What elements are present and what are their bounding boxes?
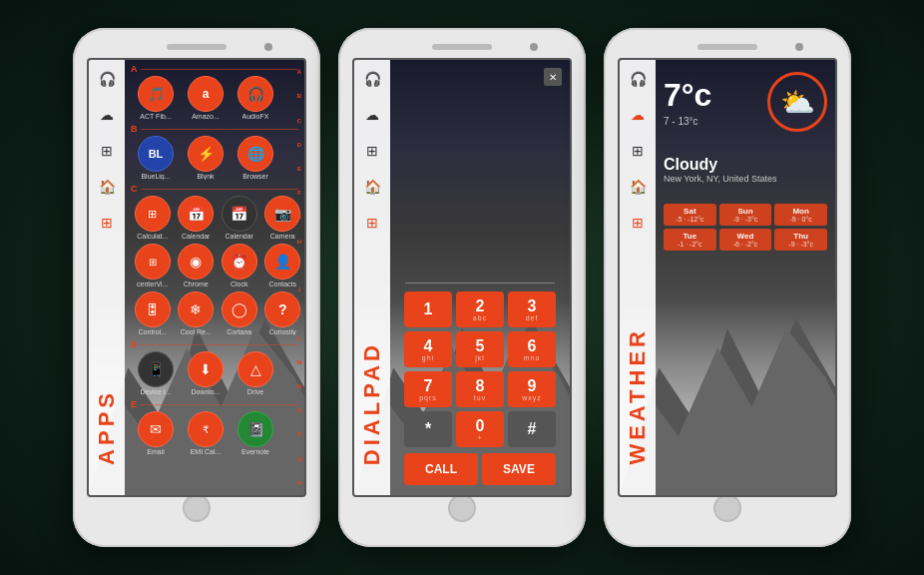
app-centerview[interactable]: ⊞ centerVi... [133, 244, 173, 288]
app-device[interactable]: 📱 Device I... [133, 351, 179, 395]
app-label-downloads: Downlo... [191, 388, 220, 395]
dialpad-sidebar-apps[interactable]: ⊞ [361, 212, 383, 234]
sidebar-grid-icon: ⊞ [96, 140, 118, 162]
dial-num-2: 2 [476, 298, 485, 314]
dial-sub-2: abc [473, 314, 487, 321]
weather-condition-icon: ⛅ [767, 72, 827, 132]
app-calendar2[interactable]: 📅 Calendar [220, 196, 259, 240]
dial-btn-9[interactable]: 9 wxyz [508, 371, 556, 407]
dialpad-sidebar-headphone: 🎧 [361, 68, 383, 90]
dial-btn-3[interactable]: 3 def [508, 291, 556, 327]
dial-btn-4[interactable]: 4 ghi [404, 331, 452, 367]
phone-bottom-apps [183, 497, 211, 519]
alpha-g: G [294, 214, 304, 220]
app-label-curiosity: Curiosity [269, 328, 296, 335]
dial-btn-5[interactable]: 5 jkl [456, 331, 504, 367]
app-icon-calculator: ⊞ [135, 196, 171, 232]
app-icon-drive: △ [237, 351, 273, 387]
app-icon-bluelight: BL [138, 136, 174, 172]
dial-btn-8[interactable]: 8 tuv [456, 371, 504, 407]
alpha-p: P [294, 431, 304, 437]
app-icon-clock: ⏰ [222, 244, 257, 280]
alpha-d: D [294, 142, 304, 148]
alpha-n: N [294, 383, 304, 389]
app-browser[interactable]: 🌐 Browser [232, 136, 278, 180]
app-row-e: ✉ Email ₹ EMI Cal... 📓 Evernote [127, 411, 302, 455]
apps-label-text: APPS [94, 389, 120, 465]
app-blynk[interactable]: ⚡ Blynk [183, 136, 229, 180]
save-button[interactable]: SAVE [482, 453, 556, 485]
sidebar-apps-icon[interactable]: ⊞ [96, 212, 118, 234]
section-b-header: B [127, 124, 302, 136]
dialpad-close-button[interactable]: ✕ [544, 68, 562, 86]
app-cortana[interactable]: ◯ Cortana [220, 291, 259, 335]
app-amazon[interactable]: a Amazo... [183, 76, 229, 120]
speaker-weather [697, 44, 757, 50]
speaker-dialpad [432, 44, 492, 50]
sidebar-home-icon: 🏠 [96, 176, 118, 198]
home-button-apps[interactable] [183, 494, 211, 522]
weather-content: 7°c 7 - 13°c ⛅ Cloudy New York, NY, Unit… [656, 60, 835, 495]
weather-screen: 🎧 ☁ ⊞ 🏠 ⊞ WEATHER 7°c 7 - 13°c ⛅ Cloudy … [618, 58, 837, 497]
app-coolreader[interactable]: ❄ Cool Re... [177, 291, 217, 335]
weather-vertical-label: WEATHER [620, 327, 656, 465]
dial-sub-7: pqrs [419, 394, 437, 401]
apps-screen: 🎧 ☁ ⊞ 🏠 ⊞ APPS A B C D E F G H I J K [87, 58, 306, 497]
dialpad-sidebar-home: 🏠 [361, 176, 383, 198]
phone-top-apps [73, 36, 320, 58]
dial-num-4: 4 [424, 338, 433, 354]
app-drive[interactable]: △ Drive [232, 351, 278, 395]
dial-num-star: * [425, 421, 431, 437]
alpha-m: M [294, 359, 304, 365]
dial-btn-1[interactable]: 1 [404, 291, 452, 327]
app-control[interactable]: 🎛 Control... [133, 291, 173, 335]
app-chrome[interactable]: ◉ Chrome [177, 244, 217, 288]
home-button-dialpad[interactable] [448, 494, 476, 522]
app-label-amazon: Amazo... [192, 113, 220, 120]
app-label-centerview: centerVi... [137, 281, 168, 288]
app-email[interactable]: ✉ Email [133, 411, 179, 455]
section-c-header: C [127, 184, 302, 196]
app-clock[interactable]: ⏰ Clock [220, 244, 259, 288]
weather-location-text: New York, NY, United States [664, 174, 827, 184]
weather-day-thu: Thu -9 · -3°c [774, 229, 827, 251]
dialpad-display[interactable] [405, 260, 555, 284]
alpha-h: H [294, 239, 304, 245]
app-label-camera: Camera [270, 233, 295, 240]
app-icon-device: 📱 [138, 351, 174, 387]
dial-btn-6[interactable]: 6 mno [508, 331, 556, 367]
alpha-l: L [294, 335, 304, 341]
home-button-weather[interactable] [713, 494, 741, 522]
dial-btn-2[interactable]: 2 abc [456, 291, 504, 327]
weather-day-tue: Tue -1 · -2°c [664, 229, 716, 251]
weather-status-text: Cloudy [664, 156, 827, 174]
phone-apps: 🎧 ☁ ⊞ 🏠 ⊞ APPS A B C D E F G H I J K [73, 28, 320, 547]
weather-sidebar-apps[interactable]: ⊞ [627, 212, 649, 234]
app-actfib[interactable]: 🎵 ACT Fib... [133, 76, 179, 120]
call-button[interactable]: CALL [404, 453, 478, 485]
app-row-d: 📱 Device I... ⬇ Downlo... △ Drive [127, 351, 302, 395]
app-emical[interactable]: ₹ EMI Cal... [183, 411, 229, 455]
dial-btn-7[interactable]: 7 pqrs [404, 371, 452, 407]
weather-day-tue-name: Tue [666, 232, 714, 241]
dial-btn-hash[interactable]: # [508, 411, 556, 447]
app-calculator[interactable]: ⊞ Calculat... [133, 196, 173, 240]
app-icon-audiofx: 🎧 [237, 76, 273, 112]
dial-sub-6: mno [524, 354, 541, 361]
sidebar-cloud-icon: ☁ [96, 104, 118, 126]
weather-sidebar-cloud: ☁ [627, 104, 649, 126]
dial-btn-star[interactable]: * [404, 411, 452, 447]
app-label-device: Device I... [140, 388, 171, 395]
app-audiofx[interactable]: 🎧 AudioFX [232, 76, 278, 120]
app-bluelight[interactable]: BL BlueLig... [133, 136, 179, 180]
weather-sidebar-headphone: 🎧 [627, 68, 649, 90]
speaker-apps [167, 44, 227, 50]
app-calendar1[interactable]: 📅 Calendar [177, 196, 217, 240]
app-downloads[interactable]: ⬇ Downlo... [183, 351, 229, 395]
app-label-bluelight: BlueLig... [141, 173, 170, 180]
weather-range: 7 - 13°c [664, 116, 711, 127]
dial-btn-0[interactable]: 0 + [456, 411, 504, 447]
app-label-drive: Drive [247, 388, 263, 395]
app-evernote[interactable]: 📓 Evernote [232, 411, 278, 455]
dial-num-9: 9 [528, 378, 537, 394]
